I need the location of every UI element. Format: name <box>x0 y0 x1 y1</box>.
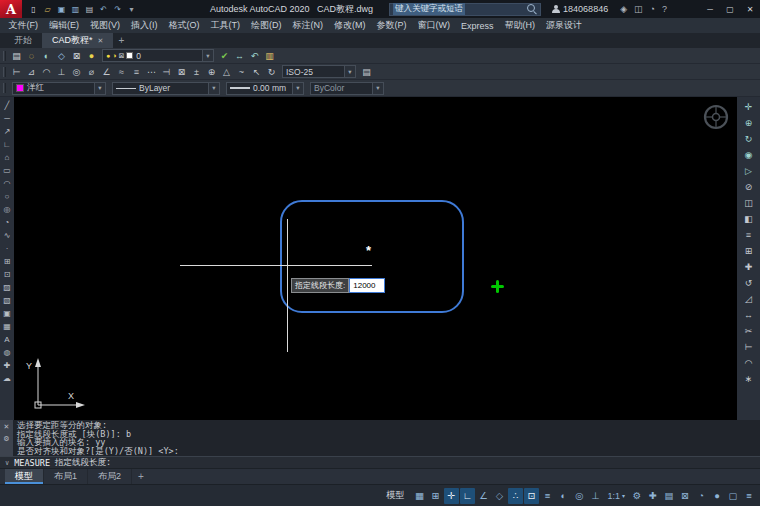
layer-lock-icon[interactable]: ⊠ <box>69 49 84 63</box>
center-mark-icon[interactable]: ⊕ <box>204 65 219 79</box>
annotation-monitor-icon[interactable]: ✚ <box>646 488 661 504</box>
chevron-down-icon[interactable] <box>344 66 355 77</box>
baseline-dimension-icon[interactable]: ≡ <box>129 65 144 79</box>
erase-icon[interactable]: ⊘ <box>739 179 758 194</box>
move-icon[interactable]: ✚ <box>739 259 758 274</box>
menu-item[interactable]: 编辑(E) <box>44 19 85 32</box>
chevron-down-icon[interactable] <box>372 83 383 94</box>
ray-icon[interactable]: ↗ <box>1 125 14 138</box>
menu-item[interactable]: 视图(V) <box>85 19 126 32</box>
qat-menu-icon[interactable]: ▾ <box>125 2 138 16</box>
search-input[interactable]: 键入关键字或短语 <box>389 3 541 16</box>
open-icon[interactable]: ▱ <box>41 2 54 16</box>
menu-item[interactable]: 源泉设计 <box>541 19 588 32</box>
continue-dimension-icon[interactable]: ⋯ <box>144 65 159 79</box>
command-close-icon[interactable]: ✕ <box>4 423 10 431</box>
notification-icon[interactable]: ◔ <box>650 4 655 14</box>
steering-wheel-icon[interactable]: ◉ <box>739 147 758 162</box>
object-color-dropdown[interactable]: 洋红 <box>12 82 106 95</box>
layer-freeze-icon[interactable]: ◇ <box>54 49 69 63</box>
undo-icon[interactable]: ↶ <box>97 2 110 16</box>
diameter-dimension-icon[interactable]: ⌀ <box>84 65 99 79</box>
hatch-icon[interactable]: ▨ <box>1 281 14 294</box>
dimension-edit-icon[interactable]: ↖ <box>249 65 264 79</box>
menu-item[interactable]: 工具(T) <box>205 19 246 32</box>
hardware-acceleration-icon[interactable]: ● <box>710 488 725 504</box>
autocad-logo-icon[interactable]: A <box>0 0 22 18</box>
new-layout-button[interactable]: + <box>132 469 150 484</box>
quick-properties-icon[interactable]: ▤ <box>662 488 677 504</box>
menu-item[interactable]: 帮助(H) <box>499 19 541 32</box>
menu-item[interactable]: 窗口(W) <box>412 19 456 32</box>
polyline-icon[interactable]: ∟ <box>1 138 14 151</box>
layout-tab[interactable]: 布局2 <box>88 469 132 484</box>
layer-control-dropdown[interactable]: ● ◑ ⊠ 0 <box>102 49 214 62</box>
tolerance-icon[interactable]: ± <box>189 65 204 79</box>
layer-states-icon[interactable]: ▥ <box>262 49 277 63</box>
customization-icon[interactable]: ≡ <box>742 488 757 504</box>
array-icon[interactable]: ⊞ <box>739 243 758 258</box>
line-icon[interactable]: ╱ <box>1 99 14 112</box>
tab-document-active[interactable]: CAD教程* ✕ <box>42 33 113 48</box>
dimension-space-icon[interactable]: ⊣ <box>159 65 174 79</box>
dimension-style-dropdown[interactable]: ISO-25 <box>282 65 356 78</box>
menu-item[interactable]: 修改(M) <box>329 19 372 32</box>
lock-ui-icon[interactable]: ⊠ <box>678 488 693 504</box>
layer-off-icon[interactable]: ◌ <box>24 49 39 63</box>
isometric-drafting-toggle[interactable]: ◇ <box>492 488 507 504</box>
rounded-rectangle-object[interactable] <box>280 200 464 313</box>
revision-cloud-icon[interactable]: ☁ <box>1 372 14 385</box>
mirror-icon[interactable]: ◧ <box>739 211 758 226</box>
maximize-button[interactable]: ▢ <box>720 0 740 18</box>
plot-icon[interactable]: ▤ <box>83 2 96 16</box>
tab-start[interactable]: 开始 <box>4 33 42 48</box>
redo-icon[interactable]: ↷ <box>111 2 124 16</box>
chevron-down-icon[interactable] <box>292 83 303 94</box>
scale-icon[interactable]: ◿ <box>739 291 758 306</box>
transparency-toggle[interactable]: ◐ <box>556 488 571 504</box>
point-icon[interactable]: · <box>1 242 14 255</box>
polar-tracking-toggle[interactable]: ∠ <box>476 488 491 504</box>
workspace-switching-icon[interactable]: ⚙ <box>630 488 645 504</box>
fillet-icon[interactable]: ◠ <box>739 355 758 370</box>
account-menu[interactable]: 184068846 <box>551 4 608 14</box>
angular-dimension-icon[interactable]: ∠ <box>99 65 114 79</box>
model-space-button[interactable]: 模型 <box>379 489 411 502</box>
chevron-down-icon[interactable] <box>94 83 105 94</box>
qnew-icon[interactable]: ▯ <box>27 2 40 16</box>
lineweight-display-toggle[interactable]: ≡ <box>540 488 555 504</box>
menu-item[interactable]: 格式(O) <box>163 19 205 32</box>
grid-display-toggle[interactable]: ▦ <box>412 488 427 504</box>
rotate-icon[interactable]: ↺ <box>739 275 758 290</box>
ordinate-dimension-icon[interactable]: ⊥ <box>54 65 69 79</box>
menu-item[interactable]: 文件(F) <box>3 19 44 32</box>
menu-item[interactable]: 标注(N) <box>287 19 329 32</box>
gradient-icon[interactable]: ▧ <box>1 294 14 307</box>
insert-block-icon[interactable]: ⊡ <box>1 268 14 281</box>
inserted-block-marker[interactable] <box>491 280 504 293</box>
toolbar-drag-handle[interactable] <box>3 83 6 93</box>
dimension-break-icon[interactable]: ⊠ <box>174 65 189 79</box>
tab-close-icon[interactable]: ✕ <box>98 37 104 45</box>
drawing-canvas[interactable]: * 指定线段长度: 12000 Y X <box>14 97 737 420</box>
make-block-icon[interactable]: ⊞ <box>1 255 14 268</box>
app-store-icon[interactable]: ◫ <box>634 4 643 14</box>
quick-dimension-icon[interactable]: ≈ <box>114 65 129 79</box>
arc-length-dimension-icon[interactable]: ◠ <box>39 65 54 79</box>
match-layer-icon[interactable]: ↔ <box>232 49 247 63</box>
save-as-icon[interactable]: ▥ <box>69 2 82 16</box>
menu-item[interactable]: Express <box>456 21 500 31</box>
new-tab-button[interactable]: + <box>113 33 129 48</box>
dimension-style-manager-icon[interactable]: ▤ <box>359 65 374 79</box>
qsave-icon[interactable]: ▣ <box>55 2 68 16</box>
minimize-button[interactable]: ─ <box>700 0 720 18</box>
linear-dimension-icon[interactable]: ⊢ <box>9 65 24 79</box>
autodesk-account-icon[interactable]: ◈ <box>620 4 627 14</box>
menu-item[interactable]: 插入(I) <box>126 19 164 32</box>
menu-item[interactable]: 参数(P) <box>371 19 412 32</box>
arc-icon[interactable]: ◠ <box>1 177 14 190</box>
ortho-mode-toggle[interactable]: ∟ <box>460 488 475 504</box>
extend-icon[interactable]: ⊢ <box>739 339 758 354</box>
close-button[interactable]: ✕ <box>740 0 760 18</box>
snap-mode-toggle[interactable]: ⊞ <box>428 488 443 504</box>
